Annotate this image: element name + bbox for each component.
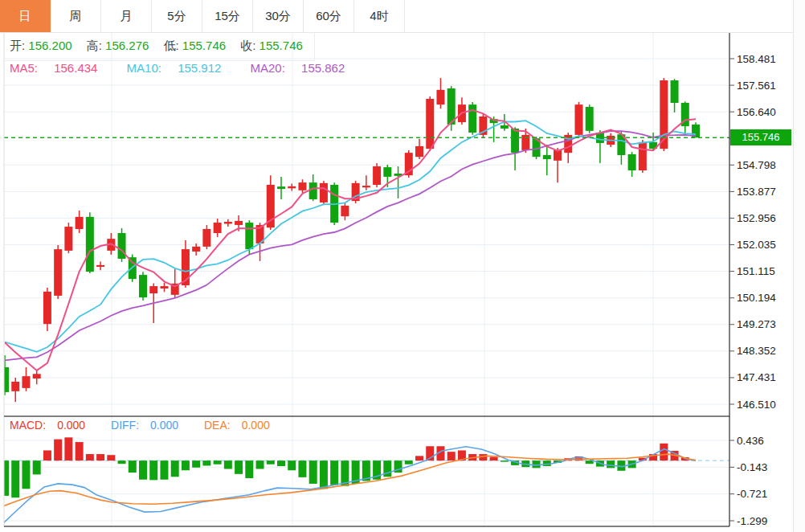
svg-text:-1.299: -1.299 (737, 515, 767, 527)
svg-text:158.481: 158.481 (737, 53, 776, 65)
ohlc-info-row: 开: 156.200 高: 156.276 低: 155.746 收: 155.… (10, 39, 314, 54)
close-label: 收: (240, 39, 255, 52)
tab-timeframe-0[interactable]: 日 (0, 0, 51, 32)
svg-text:147.431: 147.431 (737, 371, 776, 383)
diff-value-label: DIFF:0.000 (111, 419, 190, 432)
low-label: 低: (164, 39, 179, 52)
open-value: 156.200 (28, 39, 72, 52)
tab-timeframe-2[interactable]: 月 (101, 0, 152, 32)
dea-value-label: DEA:0.000 (204, 419, 281, 432)
svg-text:0.436: 0.436 (737, 435, 764, 447)
ma10-legend: MA10: 155.912 (127, 61, 235, 75)
svg-text:-0.721: -0.721 (737, 488, 767, 500)
tab-timeframe-4[interactable]: 15分 (202, 0, 253, 32)
high-value: 156.276 (105, 39, 149, 52)
tab-timeframe-1[interactable]: 周 (51, 0, 101, 32)
svg-text:156.640: 156.640 (737, 106, 776, 118)
low-value: 155.746 (182, 39, 226, 52)
tab-timeframe-7[interactable]: 4时 (354, 0, 405, 32)
svg-text:157.561: 157.561 (737, 80, 776, 92)
current-price-tag: 155.746 (730, 129, 791, 145)
right-scroll-strip[interactable] (793, 0, 805, 532)
ma5-legend: MA5: 156.434 (10, 61, 110, 75)
timeframe-tabbar: 日周月5分15分30分60分4时 (0, 0, 793, 33)
tab-timeframe-6[interactable]: 60分 (304, 0, 354, 32)
tab-timeframe-3[interactable]: 5分 (152, 0, 202, 32)
svg-text:153.877: 153.877 (737, 186, 776, 198)
svg-text:150.194: 150.194 (737, 292, 776, 304)
open-label: 开: (10, 39, 25, 52)
svg-text:149.273: 149.273 (737, 318, 776, 330)
tab-timeframe-5[interactable]: 30分 (253, 0, 304, 32)
svg-text:152.035: 152.035 (737, 239, 776, 251)
ma-legend: MA5: 156.434 MA10: 155.912 MA20: 155.862 (10, 61, 370, 75)
svg-text:154.798: 154.798 (737, 159, 776, 171)
svg-text:148.352: 148.352 (737, 345, 776, 357)
svg-text:151.115: 151.115 (737, 265, 775, 277)
close-value: 155.746 (259, 39, 303, 52)
svg-text:-0.143: -0.143 (737, 461, 767, 473)
high-label: 高: (87, 39, 102, 52)
macd-legend: MACD:0.000 DIFF:0.000 DEA:0.000 (10, 419, 292, 432)
macd-value-label: MACD:0.000 (10, 419, 96, 432)
svg-text:152.956: 152.956 (737, 212, 776, 224)
candlestick-chart[interactable]: 158.481157.561156.640154.798153.877152.9… (0, 0, 805, 532)
ma20-legend: MA20: 155.862 (251, 61, 358, 75)
trading-chart-app: 日周月5分15分30分60分4时 158.481157.561156.64015… (0, 0, 805, 532)
svg-text:146.510: 146.510 (737, 399, 776, 411)
